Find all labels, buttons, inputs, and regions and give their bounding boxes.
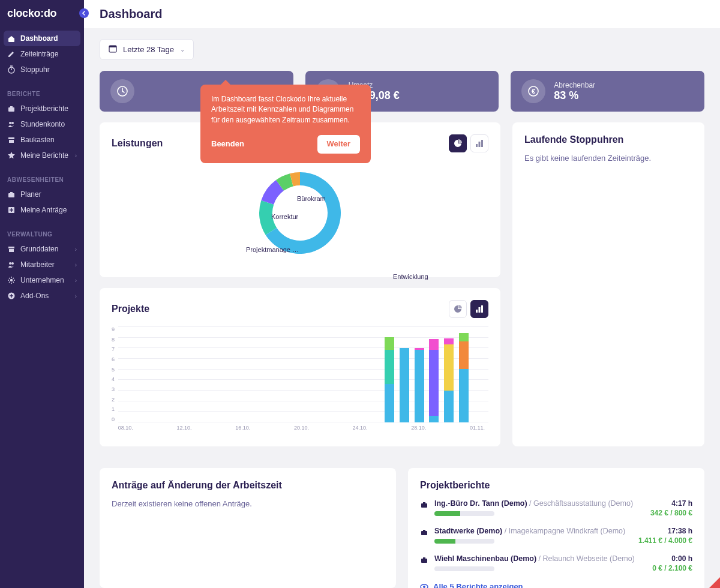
donut-slice-label: Korrektur <box>271 213 298 220</box>
svg-point-36 <box>423 586 425 588</box>
svg-rect-32 <box>423 530 425 531</box>
card-title: Anträge auf Änderung der Arbeitszeit <box>112 480 384 491</box>
sidebar-item-grunddaten[interactable]: Grunddaten› <box>0 241 84 257</box>
svg-point-12 <box>9 262 11 265</box>
pie-chart-button[interactable] <box>449 300 467 318</box>
bar-chart-button[interactable] <box>470 300 488 318</box>
nav-section-header: BERICHTE <box>0 87 84 101</box>
stopwatch-icon <box>7 65 16 74</box>
tooltip-next-button[interactable]: Weiter <box>317 135 361 154</box>
sidebar-item-label: Meine Anträge <box>20 206 67 214</box>
stopwatches-card: Laufende Stoppuhren Es gibt keine laufen… <box>512 122 704 446</box>
chevron-left-icon <box>82 11 86 16</box>
star-icon <box>7 151 16 160</box>
people-icon <box>7 120 16 128</box>
projects-card: Projekte 9876543210 <box>100 288 500 446</box>
report-row[interactable]: Wiehl Maschinenbau (Demo) / Relaunch Web… <box>420 554 692 572</box>
main-content: Dashboard Letzte 28 Tage ⌄ Im Dashboard … <box>84 0 720 588</box>
chevron-right-icon: › <box>75 277 77 284</box>
bar <box>444 338 454 422</box>
period-label: Letzte 28 Tage <box>123 45 174 54</box>
kpi-label: Abrechenbar <box>554 81 595 89</box>
svg-rect-30 <box>423 502 425 503</box>
nav-section-header: ABWESENHEITEN <box>0 173 84 187</box>
show-all-reports-link[interactable]: Alle 5 Berichte anzeigen <box>420 582 692 588</box>
sidebar-item-add-ons[interactable]: Add-Ons› <box>0 288 84 304</box>
report-row[interactable]: Ing.-Büro Dr. Tann (Demo) / Geschäftsaus… <box>420 499 692 517</box>
briefcase-icon <box>420 500 428 511</box>
sidebar-item-mitarbeiter[interactable]: Mitarbeiter› <box>0 257 84 272</box>
progress-bar <box>434 539 494 544</box>
report-money: 0 € / 2.100 € <box>652 564 692 572</box>
sidebar-item-stoppuhr[interactable]: Stoppuhr <box>0 62 84 77</box>
svg-rect-28 <box>481 305 483 313</box>
svg-rect-7 <box>8 193 14 197</box>
report-primary: Wiehl Maschinenbau (Demo) <box>434 554 536 563</box>
report-primary: Stadtwerke (Demo) <box>434 527 502 535</box>
requests-card: Anträge auf Änderung der Arbeitszeit Der… <box>100 468 396 588</box>
report-hours: 17:38 h <box>638 527 692 535</box>
sidebar-item-baukasten[interactable]: Baukasten <box>0 132 84 148</box>
svg-point-4 <box>11 122 14 124</box>
chevron-down-icon: ⌄ <box>180 46 185 53</box>
bar-chart-icon <box>475 139 484 148</box>
svg-rect-2 <box>10 106 13 107</box>
svg-rect-17 <box>109 46 116 47</box>
chevron-right-icon: › <box>75 152 77 159</box>
card-title: Projektberichte <box>420 480 692 491</box>
chevron-right-icon: › <box>75 246 77 253</box>
sidebar-item-zeiteinträge[interactable]: Zeiteinträge <box>0 46 84 62</box>
x-axis-label: 12.10. <box>177 425 192 431</box>
sidebar-item-label: Baukasten <box>20 136 55 144</box>
kpi-row: € Umsatz1.129,08 € € Abrechenbar83 % <box>100 71 704 112</box>
donut-slice-label: Entwicklung <box>393 273 428 280</box>
home-icon <box>7 34 16 43</box>
card-title: Leistungen <box>112 138 163 149</box>
edit-icon <box>7 50 16 58</box>
donut-slice-label: Projektmanage … <box>246 246 299 253</box>
sidebar-item-dashboard[interactable]: Dashboard <box>4 31 80 46</box>
project-reports-card: Projektberichte Ing.-Büro Dr. Tann (Demo… <box>408 468 704 588</box>
sidebar-item-planer[interactable]: Planer <box>0 187 84 202</box>
plus-circle-icon <box>7 292 16 300</box>
sidebar-item-projektberichte[interactable]: Projektberichte <box>0 101 84 116</box>
resize-corner <box>709 577 720 588</box>
collapse-sidebar-button[interactable] <box>79 8 89 18</box>
report-row[interactable]: Stadtwerke (Demo) / Imagekampagne Windkr… <box>420 527 692 545</box>
bar <box>415 348 424 422</box>
period-selector[interactable]: Letzte 28 Tage ⌄ <box>100 39 194 60</box>
bar-chart-button[interactable] <box>470 134 488 152</box>
brand-logo: clocko:do <box>0 7 84 31</box>
clock-icon <box>110 79 134 103</box>
tooltip-exit-button[interactable]: Beenden <box>211 139 244 150</box>
report-hours: 4:17 h <box>650 499 692 508</box>
sidebar-item-label: Stundenkonto <box>20 120 65 128</box>
svg-rect-23 <box>476 144 478 147</box>
sidebar-item-label: Meine Berichte <box>20 151 68 160</box>
chart-type-toggle <box>449 300 488 318</box>
kpi-card-billable[interactable]: € Abrechenbar83 % <box>511 71 704 112</box>
report-money: 1.411 € / 4.000 € <box>638 536 692 545</box>
sidebar-item-meine-berichte[interactable]: Meine Berichte› <box>0 148 84 163</box>
pie-chart-button[interactable] <box>449 134 467 152</box>
report-money: 342 € / 800 € <box>650 509 692 517</box>
empty-message: Derzeit existieren keine offenen Anträge… <box>112 499 384 508</box>
sidebar-item-unternehmen[interactable]: Unternehmen› <box>0 272 84 288</box>
bar-chart-icon <box>475 305 484 313</box>
card-title: Laufende Stoppuhren <box>524 134 692 145</box>
svg-rect-29 <box>421 503 427 508</box>
sidebar-item-meine-anträge[interactable]: Meine Anträge <box>0 202 84 218</box>
sidebar-item-label: Zeiteinträge <box>20 50 58 58</box>
bar <box>459 333 469 422</box>
x-axis-label: 24.10. <box>353 425 368 431</box>
sidebar-item-label: Mitarbeiter <box>20 260 55 269</box>
sidebar-item-label: Stoppuhr <box>20 65 50 74</box>
calendar-icon <box>109 44 117 55</box>
svg-text:€: € <box>532 88 535 95</box>
onboarding-tooltip: Im Dashboard fasst Clockodo Ihre aktuell… <box>200 85 371 163</box>
briefcase-icon <box>7 190 16 199</box>
sidebar-item-stundenkonto[interactable]: Stundenkonto <box>0 116 84 132</box>
x-axis-label: 28.10. <box>411 425 426 431</box>
svg-rect-6 <box>9 140 14 143</box>
page-title: Dashboard <box>84 0 720 28</box>
